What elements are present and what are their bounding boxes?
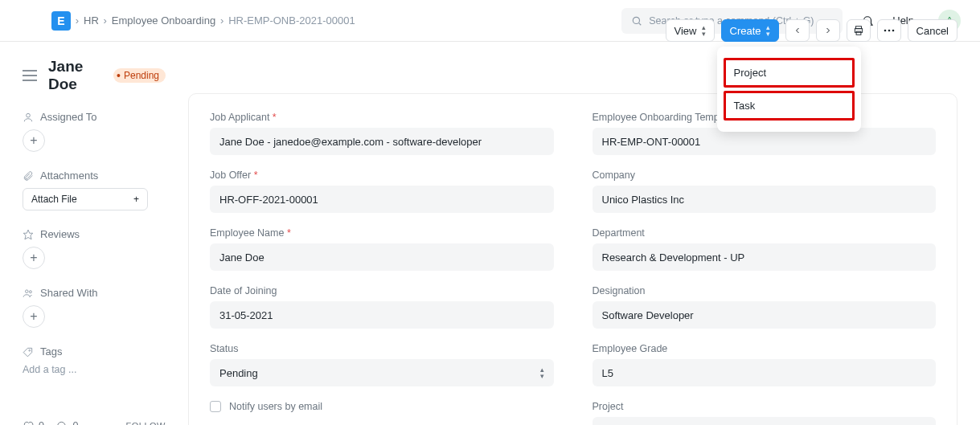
svg-point-7 xyxy=(26,289,29,292)
attachments-heading: Attachments xyxy=(23,170,166,182)
paperclip-icon xyxy=(23,170,34,182)
department-label: Department xyxy=(593,227,937,239)
designation-field[interactable]: Software Developer xyxy=(593,301,937,329)
onboarding-template-field[interactable]: HR-EMP-ONT-00001 xyxy=(593,128,937,155)
prev-button[interactable] xyxy=(785,19,810,42)
status-label: Status xyxy=(210,343,554,354)
project-field[interactable]: PROJ-0001 xyxy=(593,417,937,425)
project-label: Project xyxy=(593,401,937,412)
plus-icon: + xyxy=(133,194,139,205)
employee-name-label: Employee Name * xyxy=(210,227,554,239)
svg-marker-6 xyxy=(23,230,33,239)
checkbox-icon xyxy=(210,401,221,412)
svg-point-13 xyxy=(884,30,886,32)
svg-point-0 xyxy=(634,17,640,23)
print-button[interactable] xyxy=(847,19,871,42)
comment-count: 0 xyxy=(72,420,78,425)
tags-label: Tags xyxy=(40,345,62,358)
notify-label: Notify users by email xyxy=(229,401,322,412)
employee-name-field[interactable]: Jane Doe xyxy=(210,243,554,271)
sort-icon: ▴▾ xyxy=(766,24,770,37)
reviews-label: Reviews xyxy=(40,228,80,240)
attachments-label: Attachments xyxy=(40,170,98,182)
next-button[interactable] xyxy=(816,19,840,42)
job-offer-label: Job Offer * xyxy=(210,170,554,181)
chevron-right-icon: › xyxy=(215,14,228,27)
users-icon xyxy=(23,288,34,299)
chevron-right-icon: › xyxy=(99,14,112,27)
reviews-heading: Reviews xyxy=(23,228,166,240)
create-dropdown-project[interactable]: Project xyxy=(724,58,855,88)
svg-point-8 xyxy=(29,290,31,292)
star-icon xyxy=(23,229,34,240)
employee-grade-field[interactable]: L5 xyxy=(593,359,937,386)
create-menu[interactable]: Create ▴▾ xyxy=(721,19,779,42)
assigned-to-heading: Assigned To xyxy=(23,111,166,123)
add-review-button[interactable]: + xyxy=(23,247,45,269)
company-label: Company xyxy=(593,170,937,181)
add-share-button[interactable]: + xyxy=(23,305,45,328)
breadcrumb-onboarding[interactable]: Employee Onboarding xyxy=(112,14,215,27)
follow-button[interactable]: FOLLOW xyxy=(126,421,166,425)
chevron-right-icon xyxy=(823,26,833,35)
tag-icon xyxy=(23,346,34,358)
sort-icon: ▴▾ xyxy=(702,24,706,37)
dots-icon xyxy=(884,29,895,32)
company-field[interactable]: Unico Plastics Inc xyxy=(593,186,937,213)
chevron-left-icon xyxy=(793,26,802,35)
dot-separator: · xyxy=(49,420,51,425)
svg-point-9 xyxy=(29,349,31,351)
svg-rect-12 xyxy=(856,31,861,35)
attach-file-button[interactable]: Attach File + xyxy=(23,188,148,210)
svg-point-14 xyxy=(888,30,890,32)
tags-heading: Tags xyxy=(23,345,166,358)
select-arrows-icon: ▴▾ xyxy=(540,366,544,379)
user-icon xyxy=(23,112,34,123)
cancel-button[interactable]: Cancel xyxy=(908,19,957,42)
shared-with-heading: Shared With xyxy=(23,287,166,299)
job-applicant-label: Job Applicant * xyxy=(210,112,554,123)
job-applicant-field[interactable]: Jane Doe - janedoe@example.com - softwar… xyxy=(210,128,554,155)
add-assignee-button[interactable]: + xyxy=(23,129,45,152)
heart-icon[interactable] xyxy=(23,420,34,425)
job-offer-field[interactable]: HR-OFF-2021-00001 xyxy=(210,186,554,213)
sidebar-toggle-icon[interactable] xyxy=(23,70,37,81)
search-icon xyxy=(631,15,642,27)
status-badge: Pending xyxy=(113,68,166,83)
like-count: 0 xyxy=(39,420,44,425)
page-title: Jane Doe xyxy=(48,58,102,93)
date-of-joining-field[interactable]: 31-05-2021 xyxy=(210,301,554,329)
designation-label: Designation xyxy=(593,285,937,296)
department-field[interactable]: Research & Development - UP xyxy=(593,243,937,271)
date-of-joining-label: Date of Joining xyxy=(210,285,554,296)
create-dropdown: Project Task xyxy=(717,47,861,132)
assigned-to-label: Assigned To xyxy=(40,111,97,123)
svg-point-15 xyxy=(892,30,894,32)
create-dropdown-task[interactable]: Task xyxy=(724,91,855,121)
breadcrumb-hr[interactable]: HR xyxy=(84,14,99,27)
employee-grade-label: Employee Grade xyxy=(593,343,937,354)
app-logo[interactable]: E xyxy=(51,11,71,31)
status-value: Pending xyxy=(219,367,258,379)
chevron-right-icon: › xyxy=(71,14,84,27)
svg-line-1 xyxy=(639,22,642,25)
create-label: Create xyxy=(730,25,761,37)
printer-icon xyxy=(853,25,864,36)
form-card: Job Applicant * Jane Doe - janedoe@examp… xyxy=(188,93,957,425)
view-label: View xyxy=(675,25,697,37)
view-menu[interactable]: View ▴▾ xyxy=(666,19,715,42)
breadcrumb-current: HR-EMP-ONB-2021-00001 xyxy=(228,14,355,27)
add-tag-input[interactable]: Add a tag ... xyxy=(23,364,166,375)
more-button[interactable] xyxy=(877,19,901,42)
comment-icon[interactable] xyxy=(56,420,68,425)
attach-file-label: Attach File xyxy=(31,194,77,205)
shared-with-label: Shared With xyxy=(40,287,98,299)
svg-point-5 xyxy=(27,113,31,117)
status-select[interactable]: Pending ▴▾ xyxy=(210,359,554,386)
cancel-label: Cancel xyxy=(916,25,949,37)
notify-checkbox[interactable]: Notify users by email xyxy=(210,401,554,412)
